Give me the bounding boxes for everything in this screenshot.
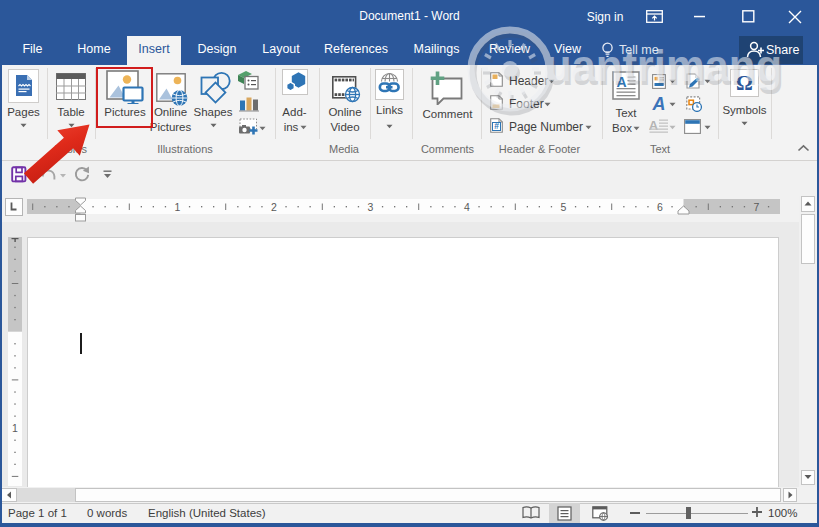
svg-text:5: 5 — [560, 201, 566, 213]
svg-text:6: 6 — [657, 201, 663, 213]
svg-text:1: 1 — [174, 201, 180, 213]
svg-text:uantrimang: uantrimang — [545, 40, 782, 91]
svg-text:1: 1 — [12, 422, 18, 434]
svg-text:2: 2 — [271, 201, 277, 213]
svg-text:7: 7 — [753, 201, 759, 213]
svg-text:4: 4 — [464, 201, 470, 213]
svg-text:3: 3 — [367, 201, 373, 213]
